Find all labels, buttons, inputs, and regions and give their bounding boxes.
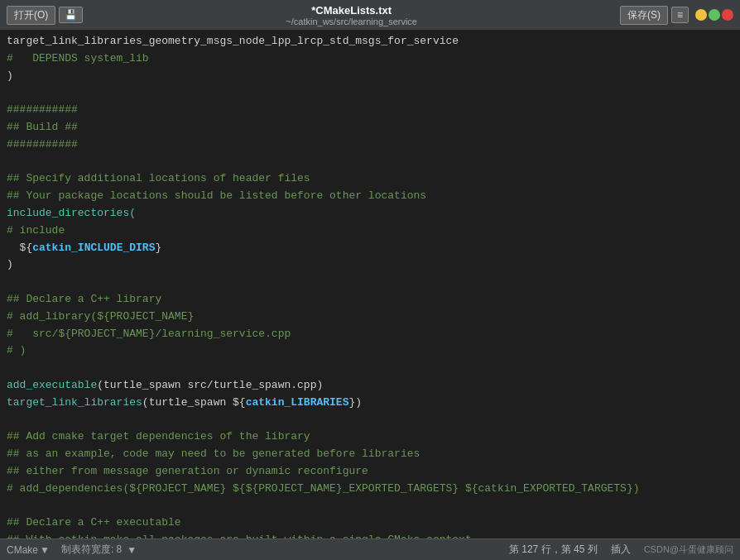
menu-button[interactable]: ≡ [671,7,689,23]
statusbar-left: CMake ▼ 制表符宽度: 8 ▼ [7,543,137,557]
save-button[interactable]: 保存(S) [620,6,668,25]
file-path: ~/catkin_ws/src/learning_service [83,17,620,26]
save-icon-button[interactable]: 💾 [59,7,83,23]
maximize-button[interactable] [709,9,720,21]
watermark: CSDN@斗蛋健康顾问 [644,543,733,556]
titlebar-left: 打开(O) 💾 [7,6,83,25]
titlebar-center: *CMakeLists.txt ~/catkin_ws/src/learning… [83,4,620,26]
window-controls [695,9,733,21]
close-button[interactable] [722,9,733,21]
language-selector[interactable]: CMake ▼ [7,544,50,556]
code-content: target_link_libraries_geometry_msgs_node… [0,33,740,538]
minimize-button[interactable] [695,9,707,21]
open-button[interactable]: 打开(O) [7,6,55,25]
statusbar: CMake ▼ 制表符宽度: 8 ▼ 第 127 行，第 45 列 插入 CSD… [0,538,740,560]
titlebar-right: 保存(S) ≡ [620,6,733,25]
tab-width: 制表符宽度: 8 [61,543,122,557]
insert-mode: 插入 [611,543,631,557]
file-title: *CMakeLists.txt [311,4,392,17]
titlebar: 打开(O) 💾 *CMakeLists.txt ~/catkin_ws/src/… [0,0,740,30]
statusbar-right: 第 127 行，第 45 列 插入 CSDN@斗蛋健康顾问 [509,543,733,557]
editor-area[interactable]: target_link_libraries_geometry_msgs_node… [0,30,740,538]
cursor-position: 第 127 行，第 45 列 [509,543,598,557]
